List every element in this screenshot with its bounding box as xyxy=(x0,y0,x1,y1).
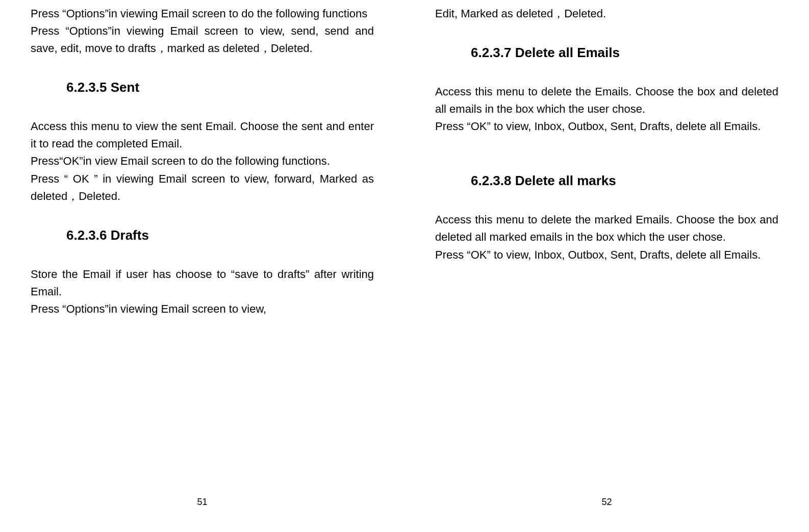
left-page: Press “Options”in viewing Email screen t… xyxy=(0,0,404,532)
body-paragraph: Store the Email if user has choose to “s… xyxy=(31,266,374,300)
left-page-content: Press “Options”in viewing Email screen t… xyxy=(31,5,374,497)
body-paragraph: Press “ OK ” in viewing Email screen to … xyxy=(31,170,374,205)
section-heading-delete-all-marks: 6.2.3.8 Delete all marks xyxy=(435,173,778,189)
body-paragraph: Press “Options”in viewing Email screen t… xyxy=(31,300,374,318)
page-number-left: 51 xyxy=(31,497,374,512)
spacer xyxy=(435,135,778,150)
body-paragraph: Access this menu to delete the marked Em… xyxy=(435,211,778,246)
body-paragraph: Access this menu to delete the Emails. C… xyxy=(435,83,778,118)
section-heading-delete-all-emails: 6.2.3.7 Delete all Emails xyxy=(435,45,778,61)
right-page-content: Edit, Marked as deleted，Deleted. 6.2.3.7… xyxy=(435,5,778,497)
body-paragraph: Press“OK”in view Email screen to do the … xyxy=(31,153,374,170)
body-paragraph: Press “OK” to view, Inbox, Outbox, Sent,… xyxy=(435,246,778,264)
body-paragraph: Press “Options”in viewing Email screen t… xyxy=(31,22,374,57)
section-heading-sent: 6.2.3.5 Sent xyxy=(31,80,374,95)
page-number-right: 52 xyxy=(435,497,778,512)
body-paragraph: Edit, Marked as deleted，Deleted. xyxy=(435,5,778,22)
body-paragraph: Press “Options”in viewing Email screen t… xyxy=(31,5,374,22)
right-page: Edit, Marked as deleted，Deleted. 6.2.3.7… xyxy=(404,0,809,532)
section-heading-drafts: 6.2.3.6 Drafts xyxy=(31,227,374,243)
body-paragraph: Press “OK” to view, Inbox, Outbox, Sent,… xyxy=(435,118,778,135)
body-paragraph: Access this menu to view the sent Email.… xyxy=(31,118,374,153)
